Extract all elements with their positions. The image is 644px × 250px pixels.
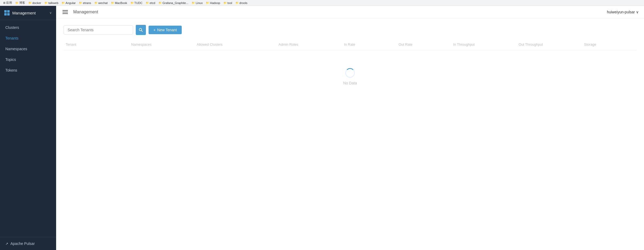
bookmark-icon: 📁 xyxy=(223,1,227,4)
bookmark-icon: ⊞ xyxy=(3,1,5,4)
sidebar-title: Management xyxy=(12,11,36,15)
bookmark-label: 应用 xyxy=(6,1,12,5)
bookmark-icon: 📁 xyxy=(235,1,239,4)
bookmark-icon: 📁 xyxy=(192,1,195,4)
new-tenant-label: New Tenant xyxy=(157,28,177,32)
table-header-namespaces: Namespaces xyxy=(129,41,195,48)
new-tenant-plus-icon: + xyxy=(153,28,156,32)
svg-line-1 xyxy=(141,30,142,32)
sidebar-item-clusters[interactable]: Clusters xyxy=(0,22,56,33)
management-logo-icon xyxy=(4,10,10,15)
bookmark-item[interactable]: 📁Hadoop xyxy=(205,1,221,5)
hamburger-button[interactable] xyxy=(61,9,69,15)
bookmark-item[interactable]: 📁博客 xyxy=(14,1,26,5)
bookmark-icon: 📁 xyxy=(28,1,32,4)
bookmark-item[interactable]: 📁drools xyxy=(234,1,249,5)
bookmark-label: Grafana_Graphite... xyxy=(162,1,188,5)
toolbar: + New Tenant xyxy=(64,25,637,35)
sidebar-nav: ClustersTenantsNamespacesTopicsTokens xyxy=(0,20,56,237)
sidebar-item-topics[interactable]: Topics xyxy=(0,54,56,65)
bookmark-label: drools xyxy=(239,1,247,5)
external-link-icon: ↗ xyxy=(5,242,8,246)
bookmark-label: etcd xyxy=(150,1,155,5)
user-menu[interactable]: huiweiyun-pulsar ∨ xyxy=(607,10,639,14)
bookmark-label: etrans xyxy=(83,1,91,5)
bookmark-icon: 📁 xyxy=(94,1,98,4)
bookmark-icon: 📁 xyxy=(15,1,18,4)
bookmark-label: tool xyxy=(227,1,232,5)
sidebar-header[interactable]: Management ∨ xyxy=(0,6,56,20)
bookmark-label: MacBook xyxy=(115,1,127,5)
search-input[interactable] xyxy=(64,25,133,34)
hamburger-line xyxy=(63,13,68,14)
table-header-in-throughput: In Throughput xyxy=(451,41,517,48)
bookmark-label: wechat xyxy=(98,1,108,5)
no-data-text: No Data xyxy=(343,81,357,85)
table-header-out-rate: Out Rate xyxy=(397,41,451,48)
table-header-out-throughput: Out Throughput xyxy=(517,41,582,48)
bookmark-icon: 📁 xyxy=(61,1,65,4)
chevron-down-icon: ∨ xyxy=(636,10,639,14)
username-label: huiweiyun-pulsar xyxy=(607,10,635,14)
header-title: Management xyxy=(73,10,98,14)
bookmark-item[interactable]: ⊞应用 xyxy=(2,1,13,5)
bookmark-label: Linux xyxy=(196,1,203,5)
bookmark-label: Angular xyxy=(65,1,76,5)
bookmark-item[interactable]: 📁TUDC xyxy=(129,1,144,5)
table-header-in-rate: In Rate xyxy=(342,41,396,48)
sidebar-item-namespaces[interactable]: Namespaces xyxy=(0,44,56,54)
table-header-storage: Storage xyxy=(582,41,637,48)
bookmark-item[interactable]: 📁etcd xyxy=(145,1,156,5)
new-tenant-button[interactable]: + New Tenant xyxy=(149,26,182,34)
bookmark-item[interactable]: 📁docker xyxy=(27,1,42,5)
table-header-row: TenantNamespacesAllowed ClustersAdmin Ro… xyxy=(64,41,637,50)
search-button[interactable] xyxy=(136,25,146,35)
bookmark-label: docker xyxy=(32,1,41,5)
bookmark-icon: 📁 xyxy=(111,1,114,4)
bookmark-icon: 📁 xyxy=(130,1,134,4)
bookmark-icon: 📁 xyxy=(44,1,48,4)
bookmark-label: Hadoop xyxy=(210,1,220,5)
sidebar: Management ∨ ClustersTenantsNamespacesTo… xyxy=(0,6,56,250)
table-header-tenant: Tenant xyxy=(64,41,129,48)
search-icon xyxy=(139,28,143,32)
loading-spinner xyxy=(345,68,355,78)
chevron-down-icon: ∨ xyxy=(49,11,52,15)
sidebar-footer[interactable]: ↗ Apache Pulsar xyxy=(0,237,56,250)
tenants-table: TenantNamespacesAllowed ClustersAdmin Ro… xyxy=(64,41,637,101)
bookmark-icon: 📁 xyxy=(146,1,149,4)
loading-container: No Data xyxy=(64,52,637,101)
main-content: Management huiweiyun-pulsar ∨ + New xyxy=(56,6,644,250)
bookmark-item[interactable]: 📁Linux xyxy=(191,1,204,5)
bookmark-item[interactable]: 📁MacBook xyxy=(110,1,128,5)
bookmark-item[interactable]: 📁tool xyxy=(222,1,233,5)
bookmarks-bar: ⊞应用📁博客📁docker📁talkweb📁Angular📁etrans📁wec… xyxy=(0,0,644,6)
bookmark-item[interactable]: 📁talkweb xyxy=(43,1,59,5)
top-header: Management huiweiyun-pulsar ∨ xyxy=(56,6,644,18)
hamburger-line xyxy=(63,12,68,12)
apache-pulsar-link[interactable]: ↗ Apache Pulsar xyxy=(5,241,51,246)
bookmark-label: TUDC xyxy=(134,1,143,5)
sidebar-item-tenants[interactable]: Tenants xyxy=(0,33,56,44)
table-header-admin-roles: Admin Roles xyxy=(276,41,342,48)
apache-pulsar-label: Apache Pulsar xyxy=(10,241,35,246)
bookmark-label: 博客 xyxy=(19,1,25,5)
bookmark-icon: 📁 xyxy=(158,1,162,4)
hamburger-line xyxy=(63,10,68,11)
bookmark-item[interactable]: 📁Grafana_Graphite... xyxy=(157,1,189,5)
sidebar-item-tokens[interactable]: Tokens xyxy=(0,65,56,76)
bookmark-item[interactable]: 📁etrans xyxy=(78,1,92,5)
bookmark-item[interactable]: 📁wechat xyxy=(93,1,109,5)
page-content: + New Tenant TenantNamespacesAllowed Clu… xyxy=(56,18,644,250)
table-header-allowed-clusters: Allowed Clusters xyxy=(195,41,276,48)
bookmark-item[interactable]: 📁Angular xyxy=(60,1,77,5)
bookmark-icon: 📁 xyxy=(79,1,82,4)
bookmark-label: talkweb xyxy=(48,1,58,5)
bookmark-icon: 📁 xyxy=(206,1,209,4)
